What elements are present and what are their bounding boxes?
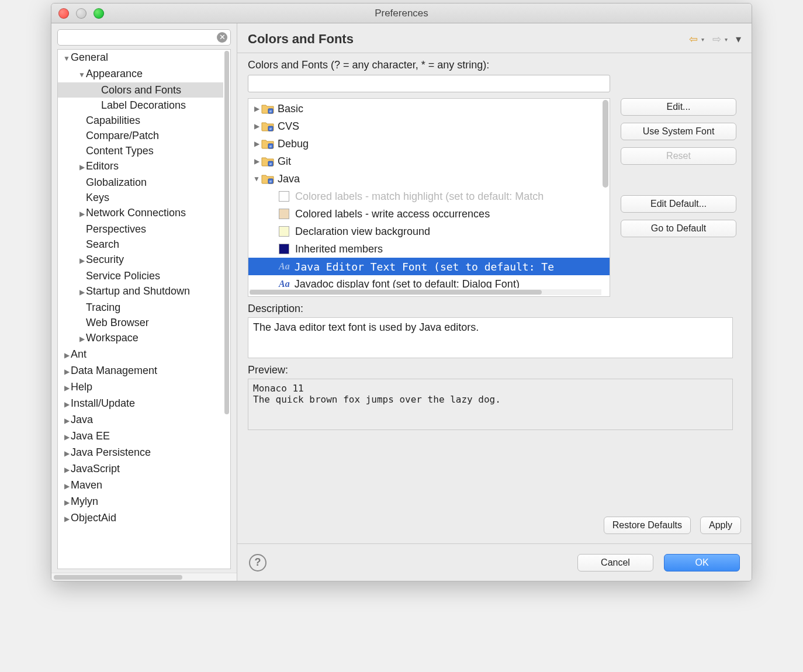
disclosure-icon[interactable]: ▼	[78, 67, 86, 82]
tree-item[interactable]: Content Types	[58, 143, 223, 158]
tree-item[interactable]: ▶Help	[58, 379, 223, 396]
folder-icon: a	[261, 103, 274, 114]
disclosure-icon[interactable]: ▶	[63, 446, 71, 461]
disclosure-icon[interactable]: ▶	[63, 380, 71, 396]
color-swatch	[279, 191, 289, 202]
tree-item[interactable]: Search	[58, 237, 223, 252]
tree-item[interactable]: ▶Maven	[58, 477, 223, 494]
tree-item[interactable]: ▶Install/Update	[58, 396, 223, 412]
tree-item[interactable]: ▼Appearance	[58, 66, 223, 82]
clear-icon[interactable]: ✕	[217, 32, 227, 43]
disclosure-icon[interactable]: ▶	[63, 348, 71, 363]
disclosure-icon[interactable]: ▶	[78, 331, 86, 347]
reset-button[interactable]: Reset	[621, 147, 736, 165]
category-item[interactable]: ▶aDebug	[248, 135, 610, 153]
font-icon: Aa	[279, 279, 290, 288]
disclosure-icon[interactable]: ▶	[252, 140, 261, 148]
disclosure-icon[interactable]: ▶	[252, 122, 261, 130]
setting-label: Colored labels - write access occurrence…	[295, 208, 490, 220]
color-swatch	[279, 226, 289, 237]
disclosure-icon[interactable]: ▶	[78, 285, 86, 300]
restore-defaults-button[interactable]: Restore Defaults	[604, 517, 691, 534]
disclosure-icon[interactable]: ▶	[63, 413, 71, 428]
setting-label: Colored labels - match highlight (set to…	[295, 190, 544, 203]
setting-item[interactable]: Colored labels - write access occurrence…	[248, 205, 610, 223]
disclosure-icon[interactable]: ▶	[63, 397, 71, 412]
category-label: Git	[278, 155, 291, 168]
category-list: ▶aBasic▶aCVS▶aDebug▶aGit▼aJavaColored la…	[248, 98, 610, 297]
hscroll[interactable]	[250, 289, 601, 295]
tree-item[interactable]: ▶Java EE	[58, 428, 223, 445]
filter-input[interactable]	[248, 75, 610, 92]
forward-icon[interactable]: ⇨	[712, 33, 721, 46]
tree-item[interactable]: ▶ObjectAid	[58, 510, 223, 526]
use-system-font-button[interactable]: Use System Font	[621, 123, 736, 140]
setting-item[interactable]: Inherited members	[248, 240, 610, 258]
tree-item[interactable]: Service Policies	[58, 268, 223, 283]
preview-label: Preview:	[248, 364, 741, 376]
tree-item[interactable]: Capabilities	[58, 113, 223, 128]
tree-item[interactable]: Colors and Fonts	[58, 82, 223, 98]
tree-item[interactable]: ▶Startup and Shutdown	[58, 283, 223, 300]
tree-item[interactable]: ▶Java	[58, 412, 223, 428]
tree-item[interactable]: Web Browser	[58, 315, 223, 330]
svg-text:a: a	[269, 144, 272, 148]
tree-item[interactable]: Compare/Patch	[58, 128, 223, 143]
category-item[interactable]: ▶aBasic	[248, 100, 610, 117]
category-item[interactable]: ▶aGit	[248, 153, 610, 170]
apply-button[interactable]: Apply	[700, 517, 741, 534]
tree-item[interactable]: ▶JavaScript	[58, 461, 223, 477]
scrollbar[interactable]	[603, 100, 608, 188]
disclosure-icon[interactable]: ▶	[63, 511, 71, 526]
setting-label: Java Editor Text Font (set to default: T…	[295, 261, 554, 273]
back-menu-icon[interactable]: ▾	[701, 36, 704, 43]
category-item[interactable]: ▶aCVS	[248, 117, 610, 135]
disclosure-icon[interactable]: ▶	[63, 364, 71, 379]
tree-item[interactable]: Keys	[58, 190, 223, 205]
disclosure-icon[interactable]: ▶	[63, 429, 71, 445]
svg-text:a: a	[269, 179, 272, 183]
setting-item[interactable]: Declaration view background	[248, 223, 610, 240]
tree-item[interactable]: Perspectives	[58, 221, 223, 237]
setting-item[interactable]: AaJavadoc display font (set to default: …	[248, 275, 610, 288]
view-menu-icon[interactable]: ▾	[736, 33, 741, 46]
tree-item[interactable]: ▼General	[58, 50, 223, 66]
tree-item[interactable]: ▶Workspace	[58, 330, 223, 347]
edit-default-button[interactable]: Edit Default...	[621, 195, 736, 213]
tree-item[interactable]: ▶Editors	[58, 158, 223, 175]
ok-button[interactable]: OK	[664, 554, 740, 571]
sidebar-search-input[interactable]	[57, 29, 231, 46]
setting-item[interactable]: Colored labels - match highlight (set to…	[248, 188, 610, 205]
help-icon[interactable]: ?	[249, 554, 266, 571]
disclosure-icon[interactable]: ▶	[63, 479, 71, 494]
go-to-default-button[interactable]: Go to Default	[621, 220, 736, 237]
back-icon[interactable]: ⇦	[689, 33, 698, 46]
disclosure-icon[interactable]: ▶	[63, 462, 71, 477]
sidebar-hscroll[interactable]	[51, 573, 237, 581]
disclosure-icon[interactable]: ▶	[78, 160, 86, 175]
cancel-button[interactable]: Cancel	[577, 554, 653, 571]
disclosure-icon[interactable]: ▶	[252, 157, 261, 165]
tree-item[interactable]: ▶Network Connections	[58, 205, 223, 221]
edit-button[interactable]: Edit...	[621, 98, 736, 116]
tree-item[interactable]: ▶Security	[58, 252, 223, 268]
setting-item[interactable]: AaJava Editor Text Font (set to default:…	[248, 258, 610, 275]
forward-menu-icon[interactable]: ▾	[725, 36, 728, 43]
tree-item[interactable]: ▶Data Management	[58, 363, 223, 379]
category-item[interactable]: ▼aJava	[248, 170, 610, 188]
disclosure-icon[interactable]: ▼	[63, 51, 71, 66]
category-label: Basic	[278, 103, 303, 115]
disclosure-icon[interactable]: ▼	[252, 175, 261, 183]
tree-item[interactable]: Label Decorations	[58, 98, 223, 113]
disclosure-icon[interactable]: ▶	[63, 495, 71, 510]
main-panel: Colors and Fonts ⇦▾ ⇨▾ ▾ Colors and Font…	[237, 23, 752, 581]
tree-item[interactable]: ▶Mylyn	[58, 494, 223, 510]
disclosure-icon[interactable]: ▶	[78, 206, 86, 221]
scrollbar[interactable]	[224, 51, 229, 414]
tree-item[interactable]: ▶Java Persistence	[58, 445, 223, 461]
disclosure-icon[interactable]: ▶	[252, 105, 261, 113]
tree-item[interactable]: Globalization	[58, 175, 223, 190]
tree-item[interactable]: ▶Ant	[58, 347, 223, 363]
disclosure-icon[interactable]: ▶	[78, 253, 86, 268]
tree-item[interactable]: Tracing	[58, 300, 223, 315]
